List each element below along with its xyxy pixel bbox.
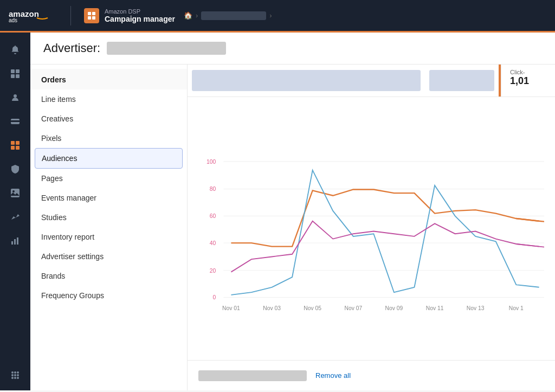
breadcrumb-item-1 <box>201 11 266 20</box>
svg-text:Nov 13: Nov 13 <box>467 305 485 311</box>
advertiser-label: Advertiser: <box>43 41 100 55</box>
nav-item-advertiser-settings[interactable]: Advertiser settings <box>30 247 187 266</box>
svg-point-27 <box>17 374 19 376</box>
svg-text:Nov 11: Nov 11 <box>426 305 444 311</box>
svg-text:Nov 07: Nov 07 <box>344 305 362 311</box>
svg-rect-9 <box>16 74 20 78</box>
content-body: Orders Line items Creatives Pixels Audie… <box>30 65 555 390</box>
svg-point-23 <box>14 371 16 374</box>
orders-label: Orders <box>41 75 66 84</box>
nav-divider <box>70 6 71 25</box>
advertiser-name-blurred <box>107 42 226 55</box>
app-info: Amazon DSP Campaign manager <box>84 8 175 23</box>
pages-label: Pages <box>41 174 63 183</box>
line-items-label: Line items <box>41 95 76 104</box>
svg-point-25 <box>11 374 14 376</box>
studies-label: Studies <box>41 213 67 222</box>
nav-item-inventory-report[interactable]: Inventory report <box>30 227 187 247</box>
stat-click-label: Click- <box>510 69 546 75</box>
svg-point-24 <box>17 371 19 374</box>
chart-svg: 0 20 40 60 80 100 $0 $200 $400 $600 $800… <box>193 108 544 355</box>
nav-item-creatives[interactable]: Creatives <box>30 109 187 128</box>
breadcrumb: 🏠 › › <box>184 11 272 20</box>
nav-item-events-manager[interactable]: Events manager <box>30 188 187 208</box>
sidebar-icons <box>0 33 30 390</box>
logo-svg: amazon ads <box>9 8 57 23</box>
remove-all-link[interactable]: Remove all <box>315 371 351 380</box>
app-title-block: Amazon DSP Campaign manager <box>105 8 175 23</box>
audiences-label: Audiences <box>42 154 77 163</box>
sidebar-icon-billing[interactable] <box>4 111 26 132</box>
svg-rect-5 <box>92 16 95 20</box>
breadcrumb-chevron-1: › <box>196 11 198 20</box>
nav-item-line-items[interactable]: Line items <box>30 89 187 109</box>
nav-item-frequency-groups[interactable]: Frequency Groups <box>30 286 187 305</box>
sidebar-icon-shield[interactable] <box>4 158 26 180</box>
svg-text:0: 0 <box>213 294 216 300</box>
svg-rect-21 <box>17 237 18 245</box>
bottom-bar: Remove all <box>188 360 555 390</box>
svg-point-18 <box>12 190 15 192</box>
svg-text:40: 40 <box>210 240 216 246</box>
top-navigation: amazon ads Amazon DSP Campaign manager 🏠… <box>0 0 555 33</box>
sidebar-icon-campaign[interactable] <box>4 134 26 156</box>
sidebar-icon-users[interactable] <box>4 87 26 108</box>
amazon-ads-logo: amazon ads <box>9 8 57 23</box>
svg-point-22 <box>11 371 14 374</box>
pixels-label: Pixels <box>41 134 61 143</box>
svg-point-10 <box>14 94 17 98</box>
svg-text:Nov 1: Nov 1 <box>509 305 524 311</box>
svg-text:Nov 03: Nov 03 <box>263 305 281 311</box>
svg-rect-6 <box>11 69 15 73</box>
app-subtitle: Amazon DSP <box>105 8 175 15</box>
svg-point-28 <box>11 377 14 379</box>
nav-item-studies[interactable]: Studies <box>30 208 187 227</box>
nav-item-orders[interactable]: Orders <box>30 69 187 89</box>
svg-text:100: 100 <box>206 159 216 165</box>
svg-text:Nov 05: Nov 05 <box>304 305 321 311</box>
svg-rect-19 <box>11 241 13 245</box>
sidebar-icon-grid[interactable] <box>4 364 26 386</box>
bottom-blurred-area <box>198 370 307 381</box>
svg-rect-15 <box>11 146 15 150</box>
svg-text:Nov 09: Nov 09 <box>385 305 403 311</box>
svg-text:20: 20 <box>210 268 216 274</box>
advertiser-header: Advertiser: <box>30 33 555 65</box>
brands-label: Brands <box>41 272 65 280</box>
nav-item-pages[interactable]: Pages <box>30 169 187 188</box>
chart-area: Click- 1,01 <box>188 65 555 390</box>
sidebar-icon-gallery[interactable] <box>4 182 26 204</box>
svg-rect-17 <box>11 189 20 197</box>
chart-container: 0 20 40 60 80 100 $0 $200 $400 $600 $800… <box>188 97 555 360</box>
app-name: Campaign manager <box>105 15 175 23</box>
advertiser-settings-label: Advertiser settings <box>41 252 104 261</box>
svg-point-26 <box>14 374 16 376</box>
svg-rect-14 <box>16 141 20 145</box>
creatives-label: Creatives <box>41 114 73 123</box>
svg-rect-13 <box>11 141 15 145</box>
svg-rect-3 <box>92 12 95 15</box>
main-layout: Advertiser: Orders Line items Creatives … <box>0 33 555 390</box>
campaign-manager-icon <box>84 8 99 23</box>
svg-rect-16 <box>16 146 20 150</box>
nav-item-audiences[interactable]: Audiences <box>35 148 183 169</box>
frequency-groups-label: Frequency Groups <box>41 291 104 300</box>
svg-rect-7 <box>16 69 20 73</box>
stats-bar: Click- 1,01 <box>188 65 555 97</box>
svg-rect-12 <box>11 120 20 122</box>
sidebar-icon-reports[interactable] <box>4 206 26 228</box>
svg-text:ads: ads <box>9 17 17 23</box>
stat-blurred-2 <box>429 70 494 91</box>
svg-rect-20 <box>14 239 16 245</box>
nav-item-pixels[interactable]: Pixels <box>30 128 187 148</box>
home-icon[interactable]: 🏠 <box>184 11 192 20</box>
left-nav-menu: Orders Line items Creatives Pixels Audie… <box>30 65 188 390</box>
sidebar-icon-analytics[interactable] <box>4 230 26 252</box>
sidebar-icon-dashboard[interactable] <box>4 63 26 85</box>
svg-text:Nov 01: Nov 01 <box>222 305 240 311</box>
stat-blurred-1 <box>192 70 421 91</box>
stat-click-value: 1,01 <box>510 75 546 87</box>
stat-box-clicks: Click- 1,01 <box>501 65 555 97</box>
sidebar-icon-notifications[interactable] <box>4 39 26 61</box>
nav-item-brands[interactable]: Brands <box>30 266 187 286</box>
